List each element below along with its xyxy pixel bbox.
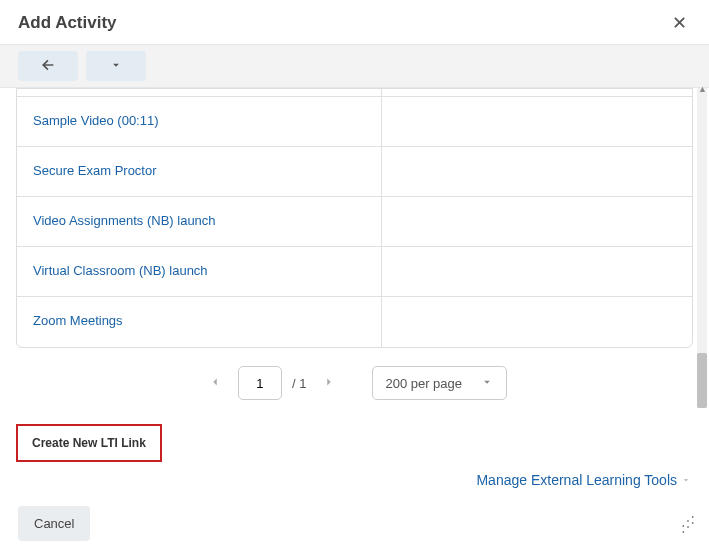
table-row	[17, 89, 692, 97]
table-scroll-area: Sample Video (00:11) Secure Exam Proctor…	[16, 88, 693, 348]
page-number-input[interactable]	[238, 366, 282, 400]
close-icon: ✕	[672, 13, 687, 33]
per-page-select[interactable]: 200 per page	[372, 366, 507, 400]
table-row: Virtual Classroom (NB) launch	[17, 247, 692, 297]
chevron-left-icon	[208, 375, 222, 392]
modal-header: Add Activity ✕	[0, 0, 709, 44]
manage-row: Manage External Learning Tools	[18, 472, 691, 488]
caret-up-icon: ▲	[698, 85, 707, 94]
chevron-right-icon	[322, 375, 336, 392]
create-row: Create New LTI Link	[16, 424, 693, 462]
activity-link[interactable]: Virtual Classroom (NB) launch	[33, 263, 208, 278]
activity-link[interactable]: Secure Exam Proctor	[33, 163, 157, 178]
activity-link[interactable]: Video Assignments (NB) launch	[33, 213, 216, 228]
activity-link[interactable]: Sample Video (00:11)	[33, 113, 159, 128]
activity-table: Sample Video (00:11) Secure Exam Proctor…	[16, 88, 693, 348]
activity-link[interactable]: Zoom Meetings	[33, 313, 123, 328]
table-row: Video Assignments (NB) launch	[17, 197, 692, 247]
pagination: / 1 200 per page	[0, 366, 709, 400]
manage-external-tools-link[interactable]: Manage External Learning Tools	[476, 472, 677, 488]
resize-grip-icon[interactable]: ⋰⋰	[681, 518, 691, 530]
scrollbar-thumb[interactable]	[697, 353, 707, 408]
toolbar	[0, 44, 709, 88]
table-row: Zoom Meetings	[17, 297, 692, 347]
back-button[interactable]	[18, 51, 78, 81]
table-row: Secure Exam Proctor	[17, 147, 692, 197]
next-page-button[interactable]	[316, 371, 342, 396]
chevron-down-icon	[109, 58, 123, 75]
chevron-down-icon	[480, 375, 494, 392]
chevron-down-icon	[681, 473, 691, 488]
per-page-label: 200 per page	[385, 376, 462, 391]
add-activity-modal: Add Activity ✕ Sample Video (00:11)	[0, 0, 709, 551]
close-button[interactable]: ✕	[668, 10, 691, 36]
create-new-lti-link-button[interactable]: Create New LTI Link	[16, 424, 162, 462]
table-row: Sample Video (00:11)	[17, 97, 692, 147]
modal-footer: Cancel ⋰⋰	[0, 506, 709, 541]
arrow-left-icon	[40, 57, 56, 76]
more-dropdown-button[interactable]	[86, 51, 146, 81]
page-total-label: / 1	[292, 376, 306, 391]
cancel-button[interactable]: Cancel	[18, 506, 90, 541]
scrollbar[interactable]: ▲	[697, 88, 707, 408]
modal-title: Add Activity	[18, 13, 117, 33]
prev-page-button[interactable]	[202, 371, 228, 396]
